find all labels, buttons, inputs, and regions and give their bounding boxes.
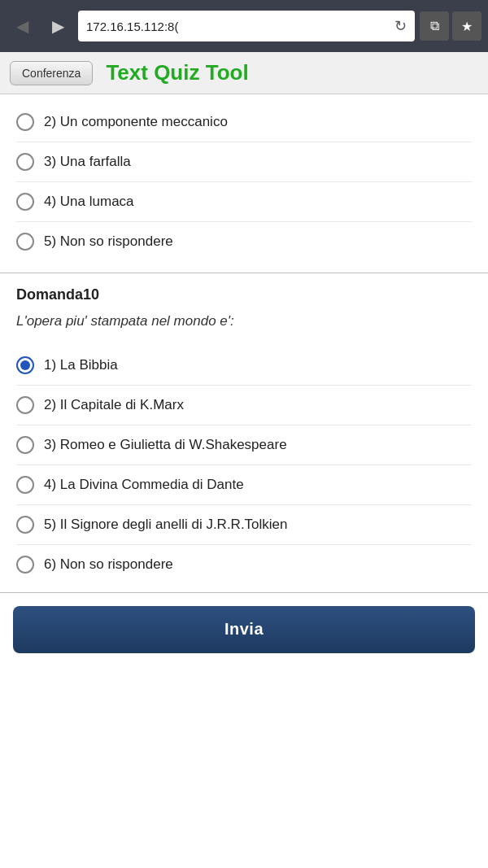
list-item[interactable]: 1) La Bibbia — [16, 346, 472, 385]
forward-icon: ▶ — [52, 16, 64, 36]
option-label: 5) Non so rispondere — [44, 233, 173, 250]
list-item[interactable]: 3) Romeo e Giulietta di W.Shakespeare — [16, 425, 472, 465]
option-label: 2) Il Capitale di K.Marx — [44, 397, 184, 413]
browser-chrome: ◀ ▶ 172.16.15.112:8( ↻ ⧉ ★ — [0, 0, 488, 52]
list-item[interactable]: 3) Una farfalla — [16, 142, 472, 181]
option-label: 5) Il Signore degli anelli di J.R.R.Tolk… — [44, 517, 288, 533]
app-header: Conferenza Text Quiz Tool — [0, 52, 488, 94]
question-10-options-list: 1) La Bibbia 2) Il Capitale di K.Marx 3)… — [16, 346, 472, 584]
option-label: 3) Romeo e Giulietta di W.Shakespeare — [44, 437, 287, 453]
reload-icon[interactable]: ↻ — [394, 17, 407, 35]
url-bar[interactable]: 172.16.15.112:8( ↻ — [78, 11, 415, 41]
url-text: 172.16.15.112:8( — [86, 20, 390, 33]
submit-button[interactable]: Invia — [13, 606, 475, 653]
radio-selected[interactable] — [16, 356, 34, 374]
forward-button[interactable]: ▶ — [42, 11, 73, 41]
question-text: L'opera piu' stampata nel mondo e': — [16, 312, 472, 331]
submit-area: Invia — [0, 593, 488, 666]
option-label: 4) Una lumaca — [44, 194, 134, 210]
quiz-content: 2) Un componente meccanico 3) Una farfal… — [0, 94, 488, 666]
back-icon: ◀ — [16, 16, 28, 36]
list-item[interactable]: 4) Una lumaca — [16, 181, 472, 221]
list-item[interactable]: 5) Non so rispondere — [16, 221, 472, 261]
browser-action-buttons: ⧉ ★ — [420, 11, 481, 41]
radio-unselected[interactable] — [16, 153, 34, 171]
radio-unselected[interactable] — [16, 113, 34, 131]
list-item[interactable]: 5) Il Signore degli anelli di J.R.R.Tolk… — [16, 504, 472, 544]
back-button[interactable]: ◀ — [7, 11, 37, 41]
partial-options-list: 2) Un componente meccanico 3) Una farfal… — [16, 103, 472, 261]
list-item[interactable]: 2) Il Capitale di K.Marx — [16, 385, 472, 425]
partial-question-section: 2) Un componente meccanico 3) Una farfal… — [0, 94, 488, 273]
app-title: Text Quiz Tool — [106, 60, 248, 85]
option-label: 3) Una farfalla — [44, 154, 131, 170]
radio-unselected[interactable] — [16, 516, 34, 534]
radio-unselected[interactable] — [16, 436, 34, 454]
question-10-section: Domanda10 L'opera piu' stampata nel mond… — [0, 273, 488, 593]
option-label: 1) La Bibbia — [44, 357, 118, 373]
option-label: 2) Un componente meccanico — [44, 114, 228, 130]
radio-unselected[interactable] — [16, 556, 34, 574]
list-item[interactable]: 6) Non so rispondere — [16, 544, 472, 584]
radio-unselected[interactable] — [16, 396, 34, 414]
question-label: Domanda10 — [16, 286, 472, 303]
option-label: 6) Non so rispondere — [44, 556, 173, 573]
radio-unselected[interactable] — [16, 233, 34, 251]
list-item[interactable]: 4) La Divina Commedia di Dante — [16, 465, 472, 504]
bookmark-icon: ★ — [461, 19, 473, 34]
option-label: 4) La Divina Commedia di Dante — [44, 477, 244, 493]
list-item[interactable]: 2) Un componente meccanico — [16, 103, 472, 142]
conferenza-button[interactable]: Conferenza — [10, 61, 93, 85]
tabs-icon: ⧉ — [430, 19, 439, 33]
radio-unselected[interactable] — [16, 476, 34, 494]
bookmark-button[interactable]: ★ — [452, 11, 481, 41]
tabs-button[interactable]: ⧉ — [420, 11, 449, 41]
radio-unselected[interactable] — [16, 193, 34, 211]
